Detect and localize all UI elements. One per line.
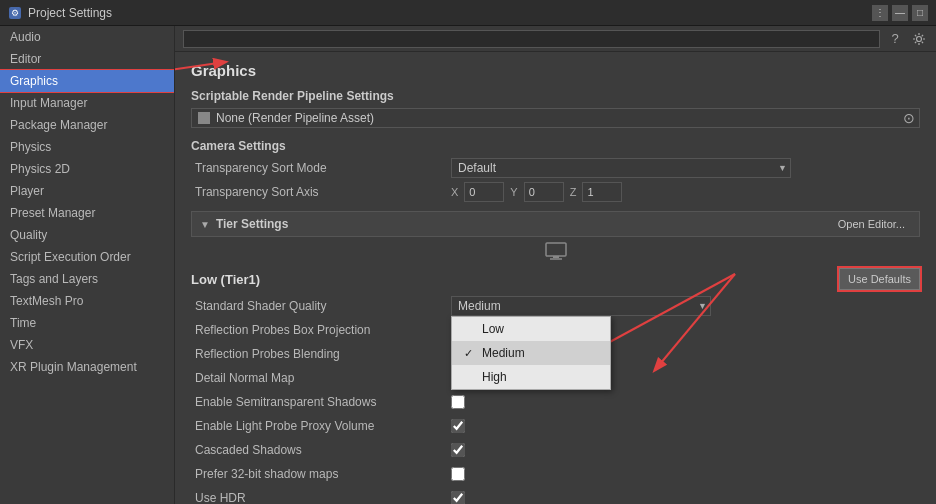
svg-text:⚙: ⚙ [11,8,19,18]
maximize-btn[interactable]: □ [912,5,928,21]
axis-z-input[interactable] [582,182,622,202]
detail-normal-map-label: Detail Normal Map [191,371,451,385]
asset-icon [198,112,210,124]
transparency-sort-mode-dropdown-wrapper: Default ▼ [451,158,791,178]
dropdown-option-medium[interactable]: ✓ Medium [452,341,610,365]
y-label: Y [510,186,517,198]
asset-settings-icon[interactable]: ⊙ [903,110,915,126]
content-inner: Graphics Scriptable Render Pipeline Sett… [175,52,936,504]
help-icon-btn[interactable]: ? [886,30,904,48]
quality-dropdown-popup: Low ✓ Medium High [451,316,611,390]
monitor-icon [191,241,920,261]
camera-section-label: Camera Settings [191,139,920,153]
cascaded-shadows-row: Cascaded Shadows [191,439,920,461]
sidebar-item-input-manager[interactable]: Input Manager [0,92,174,114]
use-defaults-btn[interactable]: Use Defaults [839,268,920,290]
transparency-sort-mode-label: Transparency Sort Mode [191,161,451,175]
svg-point-2 [917,36,922,41]
light-probe-proxy-volume-label: Enable Light Probe Proxy Volume [191,419,451,433]
sidebar-item-graphics[interactable]: Graphics [0,70,174,92]
sidebar-item-editor[interactable]: Editor [0,48,174,70]
sidebar-item-preset-manager[interactable]: Preset Manager [0,202,174,224]
light-probe-proxy-volume-value [451,419,920,433]
sidebar-item-time[interactable]: Time [0,312,174,334]
none-asset-field[interactable]: None (Render Pipeline Asset) ⊙ [191,108,920,128]
sidebar-item-physics-2d[interactable]: Physics 2D [0,158,174,180]
content-toolbar: ? [175,26,936,52]
use-hdr-checkbox[interactable] [451,491,465,504]
option-low-label: Low [482,322,504,336]
tier-sub-header: Low (Tier1) Use Defaults [191,267,920,291]
standard-shader-quality-row: Standard Shader Quality Medium ▼ Low [191,295,920,317]
cascaded-shadows-label: Cascaded Shadows [191,443,451,457]
srp-asset-row: None (Render Pipeline Asset) ⊙ [191,107,920,129]
srp-section-label: Scriptable Render Pipeline Settings [191,89,920,103]
sidebar-item-script-execution[interactable]: Script Execution Order [0,246,174,268]
open-editor-btn[interactable]: Open Editor... [832,215,911,233]
dropdown-option-high[interactable]: High [452,365,610,389]
transparency-sort-mode-dropdown[interactable]: Default [451,158,791,178]
content-panel: ? Graphics Scriptable Render Pipeline Se… [175,26,936,504]
reflection-probes-blending-label: Reflection Probes Blending [191,347,451,361]
semitransparent-shadows-label: Enable Semitransparent Shadows [191,395,451,409]
semitransparent-shadows-value [451,395,920,409]
checkmark-medium: ✓ [464,347,476,360]
transparency-sort-mode-row: Transparency Sort Mode Default ▼ [191,157,920,179]
sidebar-item-xr[interactable]: XR Plugin Management [0,356,174,378]
axis-x-input[interactable] [464,182,504,202]
dropdown-option-low[interactable]: Low [452,317,610,341]
page-title: Graphics [191,62,920,79]
title-bar: ⚙ Project Settings ⋮ — □ [0,0,936,26]
main-layout: Audio Editor Graphics Input Manager Pack… [0,26,936,504]
more-options-btn[interactable]: ⋮ [872,5,888,21]
use-hdr-label: Use HDR [191,491,451,504]
svg-rect-3 [546,243,566,256]
tier-settings-label: Tier Settings [216,217,288,231]
standard-shader-quality-value: Medium ▼ Low ✓ Medium [451,296,920,316]
window-controls: ⋮ — □ [872,5,928,21]
semitransparent-shadows-row: Enable Semitransparent Shadows [191,391,920,413]
sidebar-item-physics[interactable]: Physics [0,136,174,158]
use-hdr-row: Use HDR [191,487,920,504]
light-probe-proxy-volume-checkbox[interactable] [451,419,465,433]
semitransparent-shadows-checkbox[interactable] [451,395,465,409]
svg-rect-4 [553,256,559,258]
tier-triangle-icon: ▼ [200,219,210,230]
tier-settings-header[interactable]: ▼ Tier Settings Open Editor... [191,211,920,237]
sidebar-item-textmesh[interactable]: TextMesh Pro [0,290,174,312]
option-medium-label: Medium [482,346,525,360]
app-icon: ⚙ [8,6,22,20]
sidebar-item-quality[interactable]: Quality [0,224,174,246]
axis-y-input[interactable] [524,182,564,202]
prefer-32bit-value [451,467,920,481]
transparency-sort-mode-value: Default ▼ [451,158,920,178]
minimize-btn[interactable]: — [892,5,908,21]
tier-sub-label-text: Low (Tier1) [191,272,260,287]
option-high-label: High [482,370,507,384]
prefer-32bit-checkbox[interactable] [451,467,465,481]
search-input[interactable] [183,30,880,48]
standard-shader-quality-dropdown-wrapper: Medium ▼ Low ✓ Medium [451,296,711,316]
light-probe-proxy-volume-row: Enable Light Probe Proxy Volume [191,415,920,437]
prefer-32bit-label: Prefer 32-bit shadow maps [191,467,451,481]
cascaded-shadows-value [451,443,920,457]
cascaded-shadows-checkbox[interactable] [451,443,465,457]
standard-shader-quality-label: Standard Shader Quality [191,299,451,313]
transparency-sort-axis-label: Transparency Sort Axis [191,185,451,199]
use-hdr-value [451,491,920,504]
x-label: X [451,186,458,198]
settings-icon-btn[interactable] [910,30,928,48]
sidebar-item-vfx[interactable]: VFX [0,334,174,356]
sidebar-item-audio[interactable]: Audio [0,26,174,48]
reflection-probes-box-label: Reflection Probes Box Projection [191,323,451,337]
window-title: Project Settings [28,6,872,20]
sidebar: Audio Editor Graphics Input Manager Pack… [0,26,175,504]
sidebar-item-tags-layers[interactable]: Tags and Layers [0,268,174,290]
transparency-sort-axis-row: Transparency Sort Axis X Y Z [191,181,920,203]
sidebar-item-package-manager[interactable]: Package Manager [0,114,174,136]
standard-shader-quality-dropdown[interactable]: Medium [451,296,711,316]
transparency-sort-axis-value: X Y Z [451,182,920,202]
prefer-32bit-row: Prefer 32-bit shadow maps [191,463,920,485]
sidebar-item-player[interactable]: Player [0,180,174,202]
z-label: Z [570,186,577,198]
